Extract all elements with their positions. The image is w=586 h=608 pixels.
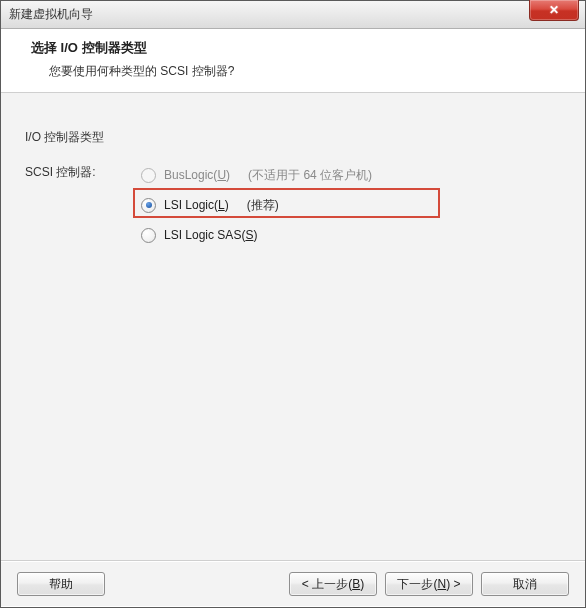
- page-subtitle: 您要使用何种类型的 SCSI 控制器?: [31, 63, 565, 80]
- radio-label: LSI Logic(L): [164, 198, 229, 212]
- radio-option-lsi-logic[interactable]: LSI Logic(L) (推荐): [141, 190, 561, 220]
- scsi-controller-label: SCSI 控制器:: [25, 160, 141, 181]
- cancel-button[interactable]: 取消: [481, 572, 569, 596]
- radio-label: LSI Logic SAS(S): [164, 228, 257, 242]
- radio-option-buslogic[interactable]: BusLogic(U) (不适用于 64 位客户机): [141, 160, 561, 190]
- wizard-window: 新建虚拟机向导 ✕ 选择 I/O 控制器类型 您要使用何种类型的 SCSI 控制…: [0, 0, 586, 608]
- radio-icon: [141, 198, 156, 213]
- page-title: 选择 I/O 控制器类型: [31, 39, 565, 57]
- scsi-options: BusLogic(U) (不适用于 64 位客户机) LSI Logic(L) …: [141, 160, 561, 250]
- radio-hint: (不适用于 64 位客户机): [248, 167, 372, 184]
- next-button[interactable]: 下一步(N) >: [385, 572, 473, 596]
- radio-icon: [141, 228, 156, 243]
- footer: 帮助 < 上一步(B) 下一步(N) > 取消: [1, 561, 585, 606]
- body-panel: I/O 控制器类型 SCSI 控制器: BusLogic(U) (不适用于 64…: [1, 93, 585, 561]
- back-button[interactable]: < 上一步(B): [289, 572, 377, 596]
- radio-label: BusLogic(U): [164, 168, 230, 182]
- header-panel: 选择 I/O 控制器类型 您要使用何种类型的 SCSI 控制器?: [1, 29, 585, 93]
- scsi-controller-row: SCSI 控制器: BusLogic(U) (不适用于 64 位客户机) LSI…: [25, 160, 561, 250]
- window-title: 新建虚拟机向导: [9, 6, 93, 23]
- radio-hint: (推荐): [247, 197, 279, 214]
- close-button[interactable]: ✕: [529, 0, 579, 21]
- radio-option-lsi-logic-sas[interactable]: LSI Logic SAS(S): [141, 220, 561, 250]
- close-icon: ✕: [549, 4, 559, 16]
- section-title: I/O 控制器类型: [25, 129, 561, 146]
- radio-icon: [141, 168, 156, 183]
- help-button[interactable]: 帮助: [17, 572, 105, 596]
- titlebar: 新建虚拟机向导 ✕: [1, 1, 585, 29]
